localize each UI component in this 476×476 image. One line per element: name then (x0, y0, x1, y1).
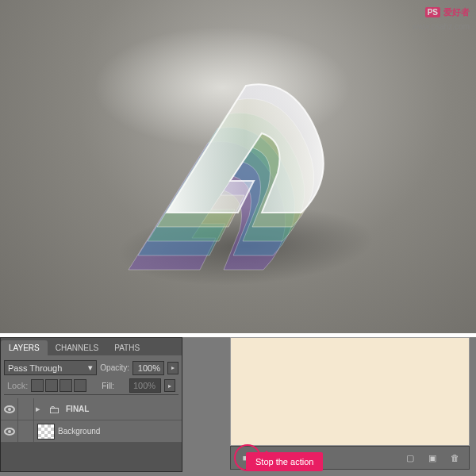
opacity-flyout-icon[interactable]: ▸ (167, 362, 178, 374)
panel-body: Pass Through ▾ Opacity: 100% ▸ Lock: Fil… (1, 355, 182, 398)
watermark-url: www.psahz.com (413, 22, 470, 31)
fill-flyout-icon: ▸ (164, 379, 175, 392)
layer-name: Background (58, 427, 100, 436)
visibility-toggle[interactable] (1, 420, 18, 443)
link-column (18, 420, 34, 443)
watermark: PS 爱好者 (425, 6, 470, 18)
panels-row: LAYERS CHANNELS PATHS Pass Through ▾ Opa… (0, 337, 476, 476)
lock-transparency-icon[interactable] (31, 379, 44, 392)
folder-icon: 🗀 (45, 401, 63, 417)
layers-panel: LAYERS CHANNELS PATHS Pass Through ▾ Opa… (0, 337, 182, 472)
preview-image: PS 爱好者 www.psahz.com (0, 0, 476, 333)
lock-position-icon[interactable] (60, 379, 72, 392)
glass-layer-5 (143, 70, 349, 276)
tab-paths[interactable]: PATHS (106, 340, 148, 355)
opacity-input[interactable]: 100% (132, 361, 164, 375)
layer-thumbnail (37, 424, 55, 440)
glass-letter-artwork (95, 48, 381, 301)
actions-area: ■ ● ▶ ▢ ▣ 🗑 (182, 337, 476, 476)
tab-channels[interactable]: CHANNELS (48, 340, 106, 355)
layer-list: ▸ 🗀 FINAL Background (1, 398, 182, 443)
opacity-label: Opacity: (100, 363, 129, 372)
expand-arrow-icon[interactable]: ▸ (36, 404, 40, 414)
visibility-toggle[interactable] (1, 398, 18, 420)
layer-row-background[interactable]: Background (1, 420, 182, 443)
actions-panel-body (230, 337, 470, 446)
eye-icon (4, 405, 15, 413)
trash-button[interactable]: 🗑 (448, 451, 461, 464)
new-set-button[interactable]: ▢ (404, 451, 416, 464)
blend-mode-select[interactable]: Pass Through ▾ (4, 360, 97, 375)
link-column (18, 398, 34, 420)
fill-label: Fill: (102, 382, 114, 390)
lock-pixels-icon[interactable] (45, 379, 58, 392)
layer-row-final[interactable]: ▸ 🗀 FINAL (1, 398, 182, 420)
lock-label: Lock: (7, 381, 28, 390)
lock-icons (31, 379, 86, 392)
blend-mode-value: Pass Through (8, 363, 62, 373)
layer-name: FINAL (66, 405, 89, 413)
new-action-button[interactable]: ▣ (426, 451, 439, 464)
eye-icon (4, 428, 15, 436)
callout-label: Stop the action (246, 452, 323, 471)
fill-input: 100% (129, 378, 161, 393)
panel-tabs: LAYERS CHANNELS PATHS (1, 338, 182, 355)
lock-all-icon[interactable] (74, 379, 86, 392)
tab-layers[interactable]: LAYERS (1, 340, 48, 355)
chevron-down-icon: ▾ (88, 363, 93, 373)
